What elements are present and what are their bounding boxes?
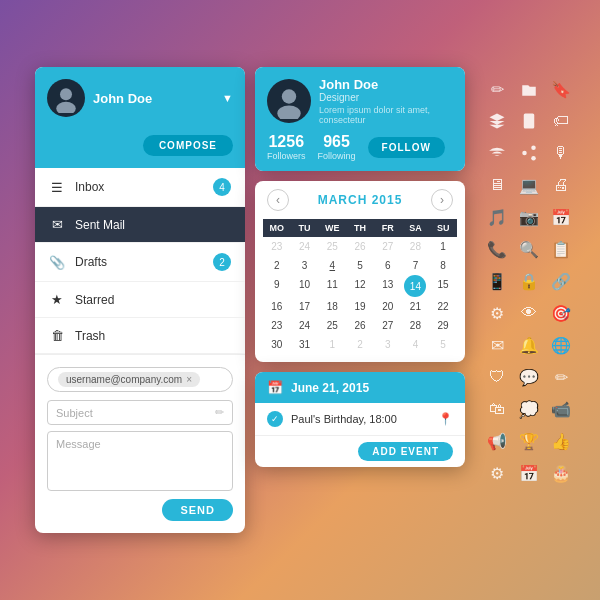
cal-cell[interactable]: 26 — [346, 237, 374, 256]
nav-item-sent[interactable]: ✉ Sent Mail — [35, 207, 245, 243]
nav-item-trash[interactable]: 🗑 Trash — [35, 318, 245, 354]
add-event-button[interactable]: ADD EVENT — [358, 442, 453, 461]
comment-icon[interactable]: 💭 — [517, 397, 541, 421]
cal-cell[interactable]: 13 — [374, 275, 402, 297]
search-icon[interactable]: 🔍 — [517, 237, 541, 261]
folder-icon[interactable] — [517, 77, 541, 101]
cal-cell[interactable]: 24 — [291, 316, 319, 335]
calendar3-icon[interactable]: 📅 — [517, 461, 541, 485]
cal-cell[interactable]: 6 — [374, 256, 402, 275]
lock-icon[interactable]: 🔒 — [517, 269, 541, 293]
mic-icon[interactable]: 🎙 — [549, 141, 573, 165]
cal-cell[interactable]: 18 — [318, 297, 346, 316]
cal-cell[interactable]: 25 — [318, 316, 346, 335]
followers-stat: 1256 Followers — [267, 133, 306, 161]
printer-icon[interactable]: 🖨 — [549, 173, 573, 197]
subject-field[interactable]: Subject ✏ — [47, 400, 233, 425]
eye-icon[interactable]: 👁 — [517, 301, 541, 325]
bag-icon[interactable]: 🛍 — [485, 397, 509, 421]
cal-cell[interactable]: 30 — [263, 335, 291, 354]
cal-cell[interactable]: 24 — [291, 237, 319, 256]
globe-icon[interactable]: 🌐 — [549, 333, 573, 357]
cal-cell[interactable]: 27 — [374, 237, 402, 256]
cal-cell[interactable]: 31 — [291, 335, 319, 354]
cal-cell[interactable]: 4 — [318, 256, 346, 275]
cal-cell[interactable]: 17 — [291, 297, 319, 316]
cal-cell[interactable]: 16 — [263, 297, 291, 316]
nav-item-inbox[interactable]: ☰ Inbox 4 — [35, 168, 245, 207]
cal-cell[interactable]: 8 — [429, 256, 457, 275]
speaker-icon[interactable]: 📢 — [485, 429, 509, 453]
profile-header: John Doe Designer Lorem ipsum dolor sit … — [255, 67, 465, 171]
to-field[interactable]: username@company.com × — [47, 367, 233, 392]
cal-cell[interactable]: 3 — [291, 256, 319, 275]
video-icon[interactable]: 📹 — [549, 397, 573, 421]
share-icon[interactable] — [517, 141, 541, 165]
cal-cell[interactable]: 28 — [402, 316, 430, 335]
cal-cell[interactable]: 21 — [402, 297, 430, 316]
cal-cell[interactable]: 5 — [346, 256, 374, 275]
cal-cell[interactable]: 7 — [402, 256, 430, 275]
calendar-grid: MO TU WE TH FR SA SU 23 24 25 26 27 28 1 — [255, 219, 465, 362]
tag-icon[interactable]: 🏷 — [549, 109, 573, 133]
cal-cell[interactable]: 2 — [263, 256, 291, 275]
phone2-icon[interactable]: 📱 — [485, 269, 509, 293]
layers-icon[interactable] — [485, 109, 509, 133]
cal-cell[interactable]: 25 — [318, 237, 346, 256]
pencil2-icon[interactable]: ✏ — [549, 365, 573, 389]
thumbsup-icon[interactable]: 👍 — [549, 429, 573, 453]
gear-icon[interactable]: ⚙ — [485, 301, 509, 325]
cal-cell[interactable]: 23 — [263, 237, 291, 256]
cal-cell[interactable]: 20 — [374, 297, 402, 316]
shield-icon[interactable]: 🛡 — [485, 365, 509, 389]
prev-month-button[interactable]: ‹ — [267, 189, 289, 211]
calendar2-icon[interactable]: 📅 — [549, 205, 573, 229]
cal-cell[interactable]: 1 — [429, 237, 457, 256]
cal-cell[interactable]: 15 — [429, 275, 457, 297]
cal-cell[interactable]: 23 — [263, 316, 291, 335]
cal-cell[interactable]: 9 — [263, 275, 291, 297]
cal-cell[interactable]: 12 — [346, 275, 374, 297]
cal-cell[interactable]: 11 — [318, 275, 346, 297]
monitor-icon[interactable]: 🖥 — [485, 173, 509, 197]
cal-cell[interactable]: 19 — [346, 297, 374, 316]
cal-cell[interactable]: 28 — [402, 237, 430, 256]
wifi-icon[interactable] — [485, 141, 509, 165]
cal-cell[interactable]: 27 — [374, 316, 402, 335]
phone-icon[interactable]: 📞 — [485, 237, 509, 261]
nav-item-starred[interactable]: ★ Starred — [35, 282, 245, 318]
bookmark-icon[interactable]: 🔖 — [549, 77, 573, 101]
camera-icon[interactable]: 📷 — [517, 205, 541, 229]
send-button[interactable]: SEND — [162, 499, 233, 521]
compose-button[interactable]: COMPOSE — [143, 135, 233, 156]
cal-cell[interactable]: 1 — [318, 335, 346, 354]
message-area[interactable]: Message — [47, 431, 233, 491]
cal-cell[interactable]: 26 — [346, 316, 374, 335]
tablet-icon[interactable] — [517, 109, 541, 133]
pencil-icon[interactable]: ✏ — [485, 77, 509, 101]
flag-icon[interactable]: 🎯 — [549, 301, 573, 325]
trophy-icon[interactable]: 🏆 — [517, 429, 541, 453]
dropdown-arrow-icon[interactable]: ▼ — [222, 92, 233, 104]
chat-icon[interactable]: 💬 — [517, 365, 541, 389]
mail-icon[interactable]: ✉ — [485, 333, 509, 357]
cal-cell[interactable]: 29 — [429, 316, 457, 335]
bell-icon[interactable]: 🔔 — [517, 333, 541, 357]
today-cell[interactable]: 14 — [404, 275, 426, 297]
cal-cell[interactable]: 10 — [291, 275, 319, 297]
laptop-icon[interactable]: 💻 — [517, 173, 541, 197]
cal-cell[interactable]: 5 — [429, 335, 457, 354]
next-month-button[interactable]: › — [431, 189, 453, 211]
settings2-icon[interactable]: ⚙ — [485, 461, 509, 485]
remove-tag-button[interactable]: × — [186, 374, 192, 385]
cal-cell[interactable]: 3 — [374, 335, 402, 354]
cal-cell[interactable]: 4 — [402, 335, 430, 354]
follow-button[interactable]: FOLLOW — [368, 137, 445, 158]
cal-cell[interactable]: 22 — [429, 297, 457, 316]
music-icon[interactable]: 🎵 — [485, 205, 509, 229]
nav-item-drafts[interactable]: 📎 Drafts 2 — [35, 243, 245, 282]
link-icon[interactable]: 🔗 — [549, 269, 573, 293]
cake-icon[interactable]: 🎂 — [549, 461, 573, 485]
cal-cell[interactable]: 2 — [346, 335, 374, 354]
clipboard-icon[interactable]: 📋 — [549, 237, 573, 261]
